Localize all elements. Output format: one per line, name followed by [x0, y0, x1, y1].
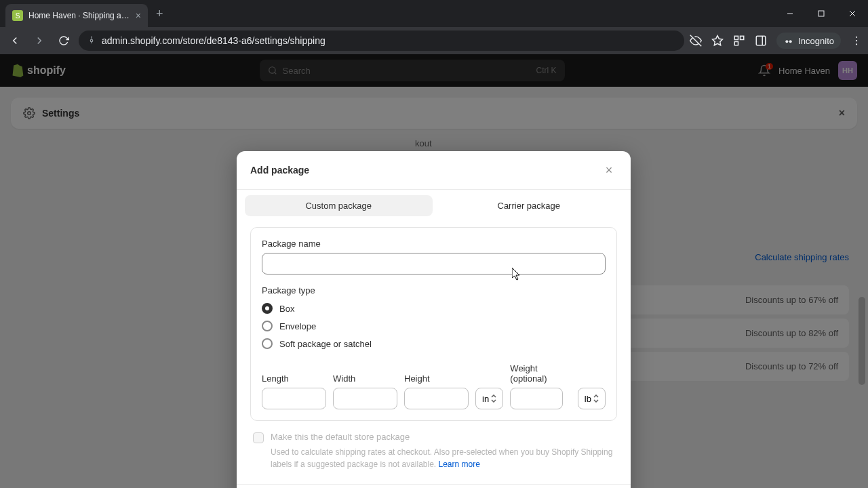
address-bar: admin.shopify.com/store/de8143-a6/settin…	[0, 27, 868, 54]
learn-more-link[interactable]: Learn more	[439, 460, 480, 469]
length-input[interactable]	[262, 388, 326, 409]
width-input[interactable]	[333, 388, 397, 409]
radio-icon	[262, 338, 273, 349]
incognito-badge[interactable]: Incognito	[776, 33, 841, 49]
modal-body: Package name Package type Box Envelope	[237, 222, 631, 484]
default-package-section: Make this the default store package Used…	[250, 432, 617, 470]
length-unit-select[interactable]: in	[475, 388, 503, 409]
modal-tabs: Custom package Carrier package	[237, 190, 631, 222]
svg-rect-7	[734, 36, 738, 39]
height-input[interactable]	[404, 388, 469, 409]
svg-point-16	[856, 43, 857, 45]
select-chevrons-icon	[593, 394, 599, 403]
sidepanel-icon[interactable]	[755, 35, 767, 47]
svg-marker-6	[713, 36, 723, 45]
tab-custom-package[interactable]: Custom package	[245, 195, 433, 216]
maximize-button[interactable]	[806, 0, 837, 27]
svg-point-14	[856, 37, 857, 38]
package-type-label: Package type	[262, 285, 606, 296]
reload-button[interactable]	[54, 31, 73, 50]
default-checkbox-label: Make this the default store package	[271, 432, 410, 442]
modal-close-button[interactable]: ×	[601, 162, 617, 178]
site-settings-icon	[87, 36, 96, 45]
new-tab-button[interactable]: +	[156, 7, 163, 21]
svg-rect-9	[734, 42, 738, 45]
select-chevrons-icon	[491, 394, 496, 403]
package-form-section: Package name Package type Box Envelope	[250, 227, 617, 421]
weight-input[interactable]	[510, 388, 563, 409]
svg-point-15	[856, 40, 857, 41]
radio-soft-package[interactable]: Soft package or satchel	[262, 335, 606, 352]
svg-point-13	[789, 40, 792, 43]
default-help-text: Used to calculate shipping rates at chec…	[271, 446, 614, 470]
svg-rect-8	[741, 36, 744, 39]
weight-label: Weight (optional)	[510, 363, 572, 384]
add-package-modal: Add package × Custom package Carrier pac…	[237, 151, 631, 488]
bookmark-star-icon[interactable]	[711, 35, 724, 47]
forward-button[interactable]	[30, 31, 49, 50]
minimize-button[interactable]	[774, 0, 806, 27]
favicon-icon: S	[12, 10, 23, 21]
modal-footer: Cancel Add package	[237, 484, 631, 488]
dimensions-row: Length Width Height in	[262, 363, 606, 409]
url-input[interactable]: admin.shopify.com/store/de8143-a6/settin…	[79, 30, 684, 51]
modal-title: Add package	[250, 165, 309, 176]
browser-tab[interactable]: S Home Haven · Shipping and de ×	[5, 4, 148, 27]
window-controls	[774, 0, 868, 27]
width-label: Width	[333, 373, 397, 384]
package-name-label: Package name	[262, 239, 606, 249]
package-name-input[interactable]	[262, 253, 606, 274]
eye-off-icon[interactable]	[690, 35, 702, 47]
close-window-button[interactable]	[837, 0, 868, 27]
modal-header: Add package ×	[237, 151, 631, 190]
height-label: Height	[404, 373, 469, 384]
incognito-icon	[783, 35, 794, 46]
tab-title: Home Haven · Shipping and de	[28, 11, 130, 20]
browser-tab-strip: S Home Haven · Shipping and de × +	[0, 0, 868, 27]
extensions-icon[interactable]	[733, 35, 745, 47]
svg-point-12	[786, 40, 789, 43]
radio-icon	[262, 321, 273, 331]
tab-carrier-package[interactable]: Carrier package	[435, 195, 623, 216]
svg-rect-1	[818, 11, 824, 16]
app-container: shopify Search Ctrl K 1 Home Haven HH Se…	[0, 54, 868, 488]
radio-box[interactable]: Box	[262, 300, 606, 317]
tab-close-icon[interactable]: ×	[136, 10, 141, 21]
menu-dots-icon[interactable]	[850, 35, 863, 47]
svg-rect-10	[756, 36, 766, 45]
default-checkbox[interactable]	[253, 432, 264, 443]
back-button[interactable]	[5, 31, 24, 50]
weight-unit-select[interactable]: lb	[578, 388, 606, 409]
length-label: Length	[262, 373, 326, 384]
radio-envelope[interactable]: Envelope	[262, 317, 606, 335]
radio-icon	[262, 303, 273, 314]
url-text: admin.shopify.com/store/de8143-a6/settin…	[102, 35, 326, 46]
